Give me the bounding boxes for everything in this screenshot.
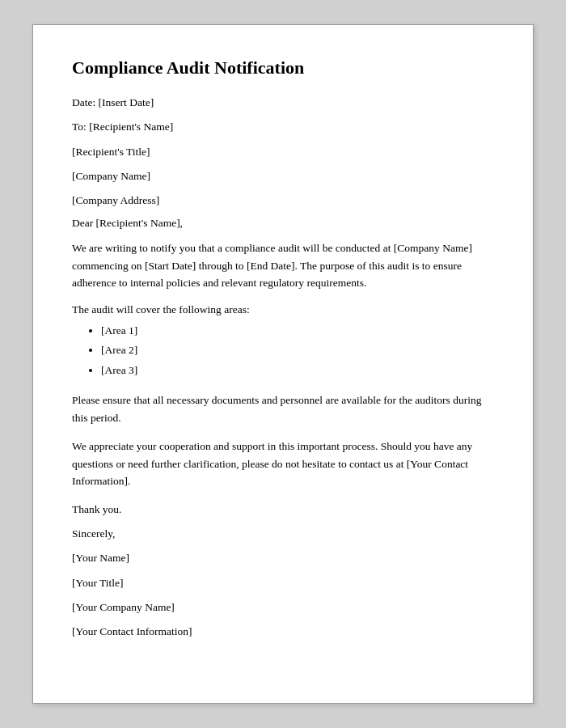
paragraph-2: Please ensure that all necessary documen… (72, 392, 494, 426)
to-line: To: [Recipient's Name] (72, 119, 494, 135)
document-page: Compliance Audit Notification Date: [Ins… (32, 24, 534, 704)
sincerely: Sincerely, (72, 526, 494, 542)
paragraph-1: We are writing to notify you that a comp… (72, 239, 494, 292)
list-item: [Area 2] (101, 341, 494, 360)
list-intro: The audit will cover the following areas… (72, 303, 494, 316)
thank-you: Thank you. (72, 502, 494, 518)
audit-areas-list: [Area 1] [Area 2] [Area 3] (101, 321, 494, 380)
list-item: [Area 3] (101, 361, 494, 380)
document-title: Compliance Audit Notification (72, 57, 494, 78)
paragraph-3: We appreciate your cooperation and suppo… (72, 438, 494, 490)
your-company: [Your Company Name] (72, 599, 494, 616)
closing-block: Thank you. Sincerely, [Your Name] [Your … (72, 502, 494, 641)
salutation: Dear [Recipient's Name], (72, 217, 494, 230)
company-name: [Company Name] (72, 168, 494, 184)
your-contact: [Your Contact Information] (72, 624, 494, 640)
list-item: [Area 1] (101, 321, 494, 341)
your-name: [Your Name] (72, 550, 494, 566)
company-address: [Company Address] (72, 193, 494, 209)
your-title: [Your Title] (72, 575, 494, 591)
recipient-title: [Recipient's Title] (72, 144, 494, 160)
date-line: Date: [Insert Date] (72, 95, 494, 111)
